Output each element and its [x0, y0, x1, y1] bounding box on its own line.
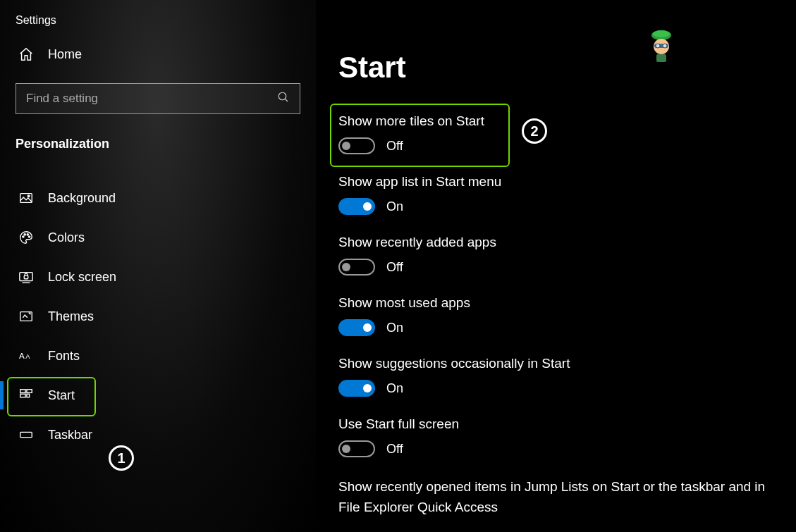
toggle-state: Off	[386, 139, 403, 154]
svg-point-6	[27, 234, 28, 235]
main-content: Start Show more tiles on Start Off 2 Sho…	[316, 0, 796, 532]
sidebar-item-label: Background	[48, 191, 116, 206]
search-box[interactable]	[16, 83, 300, 114]
picture-icon	[18, 190, 34, 206]
toggle-state: On	[386, 199, 403, 214]
sidebar-item-background[interactable]: Background	[0, 178, 316, 218]
toggle-state: On	[386, 321, 403, 335]
svg-point-0	[278, 92, 286, 100]
sidebar-item-home[interactable]: Home	[0, 47, 316, 83]
lockscreen-icon	[18, 269, 34, 285]
toggle-suggestions[interactable]	[338, 380, 375, 397]
toggle-app-list[interactable]	[338, 198, 375, 215]
svg-rect-16	[20, 394, 25, 397]
avatar	[647, 28, 676, 62]
toggle-state: Off	[386, 260, 403, 275]
svg-point-4	[23, 236, 24, 237]
toggle-full-screen[interactable]	[338, 440, 375, 457]
svg-point-24	[663, 44, 667, 48]
sidebar-item-label: Lock screen	[48, 270, 116, 285]
svg-rect-25	[656, 54, 666, 62]
setting-label: Show most used apps	[338, 295, 796, 311]
svg-rect-18	[20, 432, 32, 437]
sidebar-item-label: Fonts	[48, 349, 80, 364]
svg-rect-15	[27, 390, 32, 393]
svg-line-1	[285, 99, 288, 101]
fonts-icon: A A	[18, 348, 34, 364]
sidebar-item-fonts[interactable]: A A Fonts	[0, 336, 316, 376]
toggle-recently-added[interactable]	[338, 259, 375, 276]
sidebar-item-lockscreen[interactable]: Lock screen	[0, 257, 316, 297]
taskbar-icon	[18, 427, 34, 443]
sidebar-item-label: Taskbar	[48, 428, 92, 443]
svg-rect-2	[20, 194, 32, 203]
svg-text:A: A	[25, 353, 30, 360]
sidebar-item-colors[interactable]: Colors	[0, 218, 316, 257]
sidebar-item-label: Start	[48, 388, 75, 403]
svg-rect-14	[20, 390, 25, 393]
search-icon	[277, 91, 290, 106]
sidebar-item-start[interactable]: Start	[0, 376, 316, 415]
sidebar: Settings Home Personalization	[0, 0, 316, 532]
start-icon	[18, 388, 34, 403]
toggle-more-tiles[interactable]	[338, 137, 375, 154]
svg-rect-10	[24, 276, 28, 279]
sidebar-item-label: Colors	[48, 230, 85, 245]
home-icon	[18, 47, 34, 62]
sidebar-item-label: Themes	[48, 309, 94, 324]
setting-label: Show app list in Start menu	[338, 174, 796, 190]
themes-icon	[18, 309, 34, 324]
sidebar-item-themes[interactable]: Themes	[0, 297, 316, 336]
setting-label: Show recently added apps	[338, 235, 796, 250]
svg-point-3	[27, 195, 30, 197]
home-label: Home	[48, 47, 82, 62]
setting-label: Show recently opened items in Jump Lists…	[338, 477, 776, 517]
svg-point-23	[656, 44, 660, 48]
toggle-state: On	[386, 381, 403, 396]
section-title: Personalization	[0, 137, 316, 166]
setting-label: Show suggestions occasionally in Start	[338, 356, 796, 371]
svg-rect-17	[27, 394, 30, 397]
toggle-most-used[interactable]	[338, 319, 375, 336]
search-input[interactable]	[26, 92, 266, 106]
sidebar-item-taskbar[interactable]: Taskbar	[0, 415, 316, 454]
svg-point-20	[653, 30, 670, 37]
app-title: Settings	[0, 14, 316, 47]
svg-point-5	[24, 234, 25, 235]
setting-label: Use Start full screen	[338, 416, 796, 432]
palette-icon	[18, 230, 34, 245]
toggle-state: Off	[386, 442, 403, 457]
svg-point-7	[28, 236, 30, 237]
annotation-number-2: 2	[522, 118, 547, 144]
page-title: Start	[338, 51, 796, 85]
setting-label: Show more tiles on Start	[338, 113, 484, 129]
svg-text:A: A	[19, 351, 25, 360]
